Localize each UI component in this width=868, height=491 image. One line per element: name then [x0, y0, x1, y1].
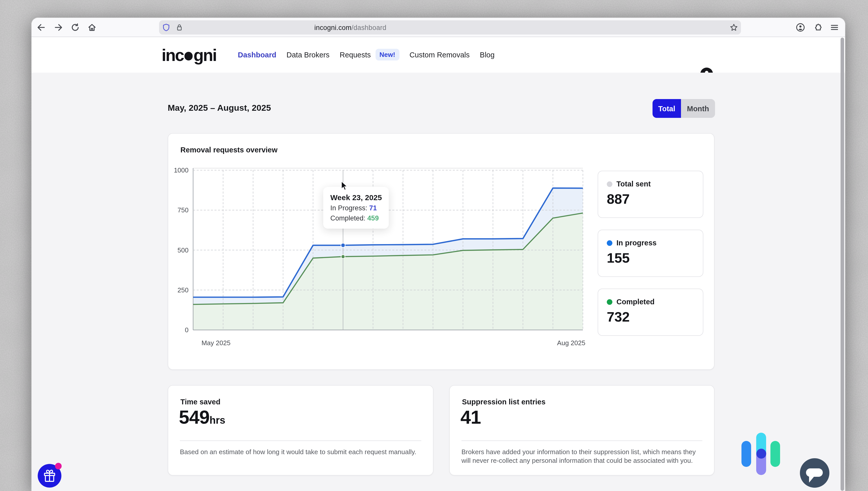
nav-item-custom-removals[interactable]: Custom Removals: [409, 51, 470, 59]
toggle-total-button[interactable]: Total: [652, 99, 681, 118]
chat-bubble-icon: [806, 468, 823, 477]
date-range-heading: May, 2025 – August, 2025: [168, 103, 271, 113]
logo-o-dot: [184, 52, 193, 60]
mouse-cursor: [341, 181, 348, 192]
menu-icon[interactable]: [830, 23, 839, 32]
gift-button[interactable]: [36, 462, 63, 489]
gift-notification-dot: [55, 463, 62, 469]
browser-toolbar: incogni.com/dashboard: [31, 18, 845, 37]
svg-text:0: 0: [185, 326, 189, 334]
completed-value: 732: [607, 309, 629, 325]
toggle-month-button[interactable]: Month: [681, 99, 715, 118]
time-saved-title: Time saved: [180, 398, 220, 406]
url-text: incogni.com/dashboard: [314, 24, 386, 31]
svg-text:500: 500: [178, 247, 189, 254]
removal-requests-card: Removal requests overview 02505007501000…: [168, 133, 715, 370]
nav-links: Dashboard Data Brokers Requests New! Cus…: [238, 37, 495, 73]
site-navbar: incgni Dashboard Data Brokers Requests N…: [31, 37, 845, 73]
time-saved-card: Time saved 549hrs Based on an estimate o…: [168, 385, 433, 475]
url-bar[interactable]: incogni.com/dashboard: [159, 20, 741, 34]
chart-tooltip: Week 23, 2025 In Progress: 71 Completed:…: [323, 187, 389, 229]
reload-icon[interactable]: [71, 23, 80, 32]
suppression-value: 41: [460, 407, 481, 428]
svg-text:May 2025: May 2025: [201, 339, 230, 347]
stat-card-total-sent: Total sent 887: [598, 171, 703, 218]
nav-item-requests[interactable]: Requests: [340, 51, 371, 59]
svg-text:Aug 2025: Aug 2025: [557, 339, 585, 347]
time-saved-unit: hrs: [209, 414, 225, 426]
completed-label: Completed: [616, 298, 654, 306]
nav-item-data-brokers[interactable]: Data Brokers: [287, 51, 330, 59]
nav-item-blog[interactable]: Blog: [480, 51, 495, 59]
tooltip-title: Week 23, 2025: [330, 193, 382, 202]
screen: incogni.com/dashboard incgni Dashboard: [0, 0, 868, 491]
svg-text:250: 250: [178, 286, 189, 294]
forward-icon[interactable]: [54, 23, 63, 32]
divider: [461, 440, 702, 441]
in-progress-dot: [607, 240, 612, 246]
lock-icon[interactable]: [175, 23, 183, 31]
browser-window: incogni.com/dashboard incgni Dashboard: [31, 18, 845, 491]
brand-logo-bars: [739, 431, 783, 478]
tooltip-completed-row: Completed: 459: [330, 214, 382, 222]
bookmark-star-icon[interactable]: [729, 23, 738, 31]
stat-card-completed: Completed 732: [598, 289, 703, 336]
divider: [180, 440, 421, 441]
back-icon[interactable]: [36, 23, 46, 32]
shield-icon[interactable]: [162, 23, 170, 31]
suppression-title: Suppression list entries: [462, 398, 545, 406]
in-progress-value: 155: [607, 251, 629, 266]
home-icon[interactable]: [87, 23, 96, 32]
suppression-card: Suppression list entries 41 Brokers have…: [449, 385, 715, 475]
url-path: /dashboard: [352, 24, 386, 31]
nav-item-dashboard[interactable]: Dashboard: [238, 51, 277, 59]
account-icon[interactable]: [796, 23, 805, 32]
time-saved-value: 549hrs: [179, 407, 225, 428]
total-sent-value: 887: [607, 192, 629, 207]
total-sent-dot: [607, 181, 612, 187]
svg-text:1000: 1000: [174, 166, 189, 174]
total-sent-label: Total sent: [616, 180, 651, 188]
svg-text:750: 750: [178, 206, 189, 214]
chat-button[interactable]: [800, 458, 830, 488]
url-host: incogni.com: [314, 24, 352, 31]
new-badge: New!: [375, 49, 399, 61]
period-toggle: Total Month: [652, 99, 715, 118]
page-scrollbar-thumb[interactable]: [841, 37, 844, 490]
in-progress-label: In progress: [616, 239, 656, 247]
tooltip-in-progress-row: In Progress: 71: [330, 204, 382, 212]
completed-dot: [607, 299, 612, 305]
stat-card-in-progress: In progress 155: [598, 230, 703, 277]
suppression-caption: Brokers have added your information to t…: [461, 448, 700, 465]
extensions-icon[interactable]: [813, 23, 822, 32]
incogni-logo[interactable]: incgni: [162, 46, 216, 65]
time-saved-caption: Based on an estimate of how long it woul…: [180, 448, 419, 457]
